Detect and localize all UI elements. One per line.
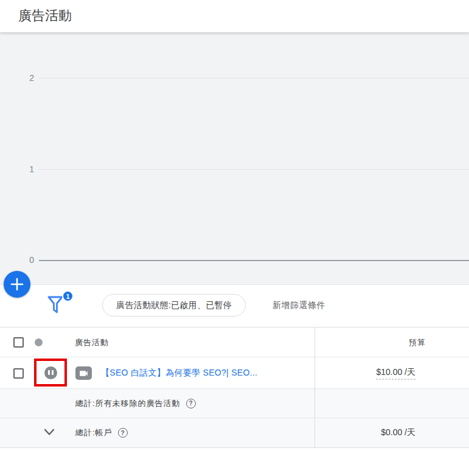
pause-status-icon[interactable]: [44, 366, 57, 379]
y-axis-tick-1: 1: [17, 164, 34, 174]
campaign-name-link[interactable]: 【SEO 白話文】為何要學 SEO?| SEO...: [101, 368, 257, 379]
help-icon[interactable]: ?: [186, 399, 196, 408]
page-title: 廣告活動: [0, 0, 469, 32]
gridline: [39, 169, 469, 170]
x-axis-line: [39, 260, 469, 261]
filter-chip-label: 廣告活動狀態:已啟用、已暫停: [116, 300, 232, 311]
chevron-down-icon[interactable]: [44, 429, 55, 436]
add-filter-label: 新增篩選條件: [273, 300, 325, 311]
filter-count-badge: 1: [62, 290, 74, 302]
google-ads-campaigns-page: 廣告活動 2 1 0 1 廣告活動狀態:已啟用、已暫停: [0, 0, 469, 476]
add-campaign-button[interactable]: [4, 271, 30, 298]
total-campaigns-row: 總計:所有未移除的廣告活動 ?: [0, 389, 469, 418]
help-icon[interactable]: ?: [118, 428, 128, 438]
table-header-row: 廣告活動 預算: [0, 327, 469, 357]
status-column-icon[interactable]: [35, 338, 43, 346]
y-axis-tick-0: 0: [17, 255, 34, 265]
video-campaign-icon: [75, 366, 92, 380]
total-account-lead: 總計:帳戶 ?: [0, 427, 128, 438]
status-highlight-box: [34, 359, 67, 387]
page-header: 廣告活動: [0, 0, 469, 33]
total-account-row: 總計:帳戶 ? $0.00 /天: [0, 418, 469, 448]
column-divider: [314, 327, 315, 448]
campaign-column-header[interactable]: 廣告活動: [75, 327, 109, 357]
filter-bar: 1 廣告活動狀態:已啟用、已暫停 新增篩選條件: [0, 285, 469, 327]
account-budget-value: $0.00 /天: [381, 427, 415, 438]
total-campaigns-lead: 總計:所有未移除的廣告活動 ?: [0, 398, 196, 409]
filter-icon: [47, 295, 63, 316]
performance-chart: 2 1 0: [0, 33, 469, 285]
filter-chip[interactable]: 廣告活動狀態:已啟用、已暫停: [102, 294, 246, 317]
total-campaigns-label: 總計:所有未移除的廣告活動: [75, 398, 181, 409]
budget-column-header[interactable]: 預算: [409, 327, 426, 357]
add-filter-button[interactable]: 新增篩選條件: [273, 294, 325, 317]
row-checkbox[interactable]: [13, 368, 24, 379]
y-axis-tick-2: 2: [17, 73, 34, 83]
total-account-label: 總計:帳戶: [75, 427, 113, 438]
gridline: [39, 78, 469, 79]
filter-button[interactable]: 1: [46, 289, 75, 318]
campaign-row: 【SEO 白話文】為何要學 SEO?| SEO... $10.00 /天: [0, 357, 469, 389]
select-all-checkbox[interactable]: [13, 337, 24, 348]
campaign-budget-value[interactable]: $10.00 /天: [376, 366, 415, 379]
videocam-icon: [78, 368, 89, 379]
plus-icon: [10, 278, 24, 291]
campaigns-table: 廣告活動 預算 【SEO 白話文】為何要學 SEO?| SEO... $10.0…: [0, 327, 469, 448]
